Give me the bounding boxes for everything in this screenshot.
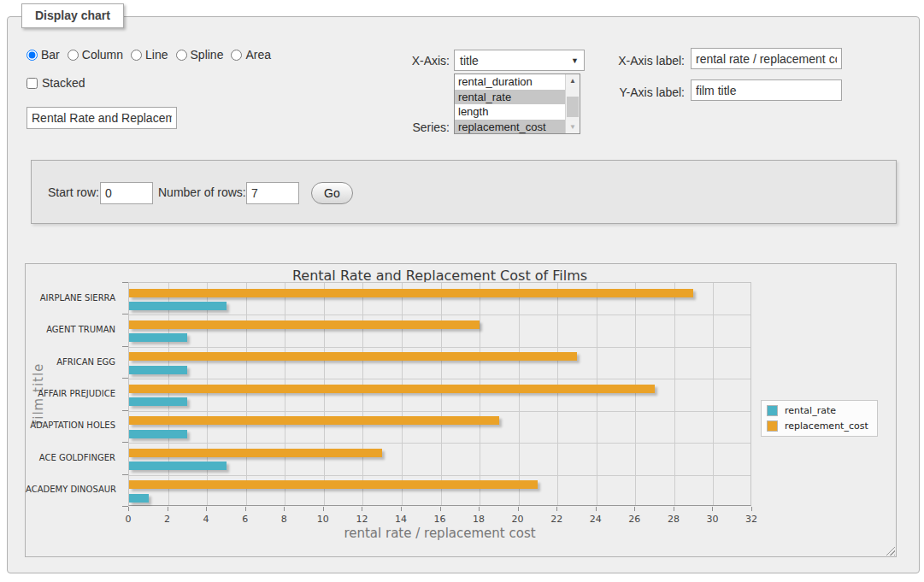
x-tick-label: 4 [193, 514, 219, 525]
panel-title: Display chart [21, 3, 124, 28]
number-of-rows-label: Number of rows: [158, 185, 246, 199]
number-of-rows-input[interactable] [246, 182, 299, 204]
x-axis-select[interactable]: title ▼ [454, 50, 585, 71]
x-tick-label: 2 [155, 514, 180, 525]
series-scrollbar[interactable]: ▲ ▼ [565, 74, 580, 133]
page: Display chart BarColumnLineSplineArea St… [0, 0, 924, 582]
bar-rental_rate [129, 430, 187, 438]
x-tick-label: 24 [583, 514, 609, 525]
series-option-rental_duration[interactable]: rental_duration [455, 74, 565, 90]
x-axis-label-input[interactable] [691, 48, 842, 69]
go-button[interactable]: Go [311, 182, 353, 204]
gridline-vertical [285, 283, 285, 505]
gridline-vertical [635, 283, 636, 505]
chart-type-option-bar[interactable]: Bar [26, 48, 60, 62]
chart-type-radio-area[interactable] [231, 50, 242, 61]
chart-type-option-column[interactable]: Column [68, 48, 123, 62]
chart-type-radio-column[interactable] [68, 50, 79, 61]
y-tick [122, 410, 128, 411]
x-tick-label: 6 [232, 514, 258, 525]
legend-item-replacement_cost: replacement_cost [767, 420, 868, 432]
gridline-horizontal [129, 411, 750, 412]
chart-type-option-area[interactable]: Area [231, 48, 271, 62]
bar-rental_rate [129, 397, 187, 406]
x-tick-label: 26 [621, 514, 647, 525]
gridline-vertical [246, 283, 247, 505]
x-axis-select-label: X-Axis: [381, 54, 450, 68]
stacked-label[interactable]: Stacked [42, 76, 85, 90]
chart-type-option-line[interactable]: Line [131, 48, 168, 62]
chart-title-input[interactable] [26, 107, 177, 129]
scroll-up-icon[interactable]: ▲ [566, 74, 580, 87]
x-tick-label: 14 [388, 514, 414, 525]
chart-x-axis-title: rental rate / replacement cost [128, 526, 751, 541]
bar-rental_rate [129, 333, 187, 342]
x-tick [401, 507, 402, 511]
plot-area [128, 282, 751, 506]
gridline-horizontal [129, 475, 750, 476]
chevron-down-icon: ▼ [571, 56, 579, 65]
bar-replacement_cost [129, 320, 480, 329]
resize-grip[interactable] [884, 544, 895, 556]
series-list-label: Series: [381, 121, 450, 134]
x-tick [479, 507, 480, 511]
x-tick-label: 32 [739, 514, 764, 525]
bar-rental_rate [129, 366, 187, 374]
chart-legend: rental_ratereplacement_cost [761, 400, 878, 437]
legend-swatch-icon [767, 405, 778, 416]
category-label: ACE GOLDFINGER [26, 453, 122, 462]
legend-item-rental_rate: rental_rate [767, 405, 868, 416]
y-tick [122, 378, 128, 379]
chart-type-radio-line[interactable] [131, 50, 142, 61]
bar-rental_rate [129, 494, 149, 503]
bar-rental_rate [129, 302, 227, 310]
x-tick [712, 507, 713, 511]
x-tick-label: 30 [699, 514, 725, 525]
x-tick [323, 507, 324, 511]
gridline-vertical [519, 283, 520, 505]
legend-swatch-icon [767, 420, 778, 432]
series-option-replacement_cost[interactable]: replacement_cost [455, 120, 565, 134]
x-tick [168, 507, 168, 511]
gridline-horizontal [129, 379, 750, 379]
y-tick [122, 282, 128, 283]
chart-type-radio-spline[interactable] [176, 50, 187, 61]
category-label: AFFAIR PREJUDICE [26, 389, 122, 398]
y-tick [122, 506, 128, 507]
x-tick-label: 16 [427, 514, 453, 525]
x-tick [284, 507, 285, 511]
gridline-vertical [480, 283, 480, 505]
chart-type-option-spline[interactable]: Spline [176, 48, 224, 62]
y-tick [122, 474, 128, 475]
y-tick [122, 346, 128, 347]
x-tick-label: 18 [466, 514, 491, 525]
x-tick [245, 507, 246, 511]
series-option-rental_rate[interactable]: rental_rate [455, 90, 565, 105]
x-tick-label: 20 [505, 514, 531, 525]
chart-panel: Rental Rate and Replacement Cost of Film… [25, 263, 897, 557]
gridline-vertical [324, 283, 325, 505]
gridline-vertical [441, 283, 442, 505]
scrollbar-thumb[interactable] [567, 97, 579, 117]
scroll-down-icon[interactable]: ▼ [566, 121, 580, 133]
series-listbox[interactable]: rental_durationrental_ratelengthreplacem… [454, 73, 580, 134]
stacked-checkbox[interactable] [26, 78, 38, 89]
start-row-input[interactable] [100, 182, 153, 204]
display-chart-panel: BarColumnLineSplineArea Stacked X-Axis: … [7, 16, 920, 573]
gridline-vertical [402, 283, 403, 505]
gridline-vertical [597, 283, 597, 505]
x-tick-label: 22 [544, 514, 569, 525]
stacked-row: Stacked [26, 76, 85, 90]
bar-replacement_cost [129, 289, 693, 297]
gridline-horizontal [129, 315, 750, 315]
category-label: AGENT TRUMAN [26, 325, 122, 334]
y-axis-label-input[interactable] [691, 79, 842, 101]
bar-replacement_cost [129, 449, 382, 457]
x-tick [634, 507, 635, 511]
chart-type-radio-bar[interactable] [26, 50, 38, 61]
bar-replacement_cost [129, 480, 538, 489]
x-tick-label: 8 [271, 514, 297, 525]
legend-label: replacement_cost [785, 420, 868, 432]
x-tick [518, 507, 519, 511]
series-option-length[interactable]: length [455, 104, 565, 120]
